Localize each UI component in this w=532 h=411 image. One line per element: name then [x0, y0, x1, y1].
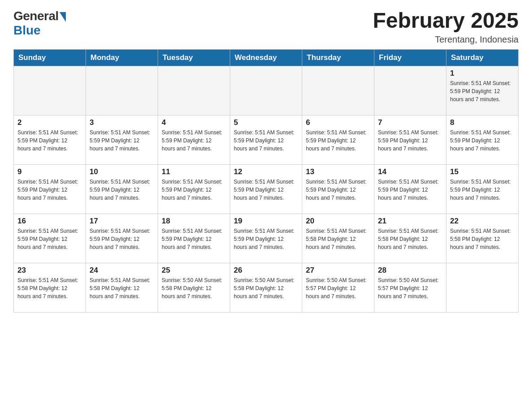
calendar-day-cell: 9Sunrise: 5:51 AM Sunset: 5:59 PM Daylig…: [14, 164, 86, 214]
day-number: 2: [17, 118, 82, 127]
calendar-day-cell: [86, 66, 158, 115]
calendar-day-cell: 19Sunrise: 5:51 AM Sunset: 5:59 PM Dayli…: [230, 214, 302, 263]
day-number: 9: [17, 167, 82, 176]
day-number: 10: [90, 167, 154, 176]
calendar-day-cell: 5Sunrise: 5:51 AM Sunset: 5:59 PM Daylig…: [230, 115, 302, 164]
calendar-header-row: SundayMondayTuesdayWednesdayThursdayFrid…: [14, 49, 519, 66]
day-number: 3: [90, 118, 154, 127]
calendar-day-cell: [374, 66, 446, 115]
day-number: 28: [378, 266, 442, 275]
day-info: Sunrise: 5:51 AM Sunset: 5:59 PM Dayligh…: [90, 178, 154, 202]
logo-triangle-icon: [60, 12, 66, 22]
day-number: 19: [234, 217, 298, 226]
day-number: 25: [162, 266, 226, 275]
calendar-day-cell: 1Sunrise: 5:51 AM Sunset: 5:59 PM Daylig…: [446, 66, 519, 115]
day-number: 5: [234, 118, 298, 127]
calendar-day-cell: 6Sunrise: 5:51 AM Sunset: 5:59 PM Daylig…: [302, 115, 374, 164]
calendar-day-cell: 18Sunrise: 5:51 AM Sunset: 5:59 PM Dayli…: [158, 214, 230, 263]
day-info: Sunrise: 5:51 AM Sunset: 5:59 PM Dayligh…: [17, 128, 82, 153]
calendar-header-saturday: Saturday: [446, 49, 519, 66]
day-info: Sunrise: 5:51 AM Sunset: 5:59 PM Dayligh…: [234, 178, 298, 202]
calendar-day-cell: 25Sunrise: 5:50 AM Sunset: 5:58 PM Dayli…: [158, 263, 230, 312]
calendar-day-cell: [158, 66, 230, 115]
calendar-day-cell: 16Sunrise: 5:51 AM Sunset: 5:59 PM Dayli…: [14, 214, 86, 263]
calendar-day-cell: 3Sunrise: 5:51 AM Sunset: 5:59 PM Daylig…: [86, 115, 158, 164]
day-number: 24: [90, 266, 154, 275]
page-header: General Blue February 2025 Terentang, In…: [13, 9, 519, 45]
day-number: 20: [306, 217, 370, 226]
day-number: 18: [162, 217, 226, 226]
day-number: 4: [162, 118, 226, 127]
calendar-day-cell: 12Sunrise: 5:51 AM Sunset: 5:59 PM Dayli…: [230, 164, 302, 214]
day-number: 16: [17, 217, 82, 226]
day-info: Sunrise: 5:51 AM Sunset: 5:58 PM Dayligh…: [450, 227, 515, 251]
day-info: Sunrise: 5:51 AM Sunset: 5:59 PM Dayligh…: [450, 128, 515, 153]
day-info: Sunrise: 5:51 AM Sunset: 5:59 PM Dayligh…: [17, 227, 82, 251]
day-info: Sunrise: 5:51 AM Sunset: 5:59 PM Dayligh…: [90, 227, 154, 251]
calendar-day-cell: 8Sunrise: 5:51 AM Sunset: 5:59 PM Daylig…: [446, 115, 519, 164]
calendar-header-sunday: Sunday: [14, 49, 86, 66]
day-info: Sunrise: 5:50 AM Sunset: 5:58 PM Dayligh…: [234, 276, 298, 300]
calendar-header-tuesday: Tuesday: [158, 49, 230, 66]
day-number: 21: [378, 217, 442, 226]
day-info: Sunrise: 5:51 AM Sunset: 5:59 PM Dayligh…: [450, 79, 515, 103]
day-info: Sunrise: 5:51 AM Sunset: 5:58 PM Dayligh…: [378, 227, 442, 251]
day-number: 6: [306, 118, 370, 127]
day-info: Sunrise: 5:51 AM Sunset: 5:59 PM Dayligh…: [378, 178, 442, 202]
calendar-week-row: 16Sunrise: 5:51 AM Sunset: 5:59 PM Dayli…: [14, 214, 519, 263]
calendar-day-cell: 15Sunrise: 5:51 AM Sunset: 5:59 PM Dayli…: [446, 164, 519, 214]
day-number: 15: [450, 167, 515, 176]
calendar-day-cell: 24Sunrise: 5:51 AM Sunset: 5:58 PM Dayli…: [86, 263, 158, 312]
day-number: 14: [378, 167, 442, 176]
day-info: Sunrise: 5:51 AM Sunset: 5:58 PM Dayligh…: [17, 276, 82, 300]
calendar-day-cell: 17Sunrise: 5:51 AM Sunset: 5:59 PM Dayli…: [86, 214, 158, 263]
logo-blue-text: Blue: [13, 23, 41, 38]
calendar-day-cell: 13Sunrise: 5:51 AM Sunset: 5:59 PM Dayli…: [302, 164, 374, 214]
calendar-week-row: 9Sunrise: 5:51 AM Sunset: 5:59 PM Daylig…: [14, 164, 519, 214]
day-number: 13: [306, 167, 370, 176]
day-number: 11: [162, 167, 226, 176]
calendar-day-cell: [446, 263, 519, 312]
title-section: February 2025 Terentang, Indonesia: [373, 9, 519, 45]
calendar-day-cell: 4Sunrise: 5:51 AM Sunset: 5:59 PM Daylig…: [158, 115, 230, 164]
calendar-day-cell: 21Sunrise: 5:51 AM Sunset: 5:58 PM Dayli…: [374, 214, 446, 263]
calendar-day-cell: 7Sunrise: 5:51 AM Sunset: 5:59 PM Daylig…: [374, 115, 446, 164]
month-title: February 2025: [373, 9, 519, 33]
day-info: Sunrise: 5:51 AM Sunset: 5:59 PM Dayligh…: [234, 128, 298, 153]
calendar-week-row: 1Sunrise: 5:51 AM Sunset: 5:59 PM Daylig…: [14, 66, 519, 115]
calendar-day-cell: [230, 66, 302, 115]
day-info: Sunrise: 5:51 AM Sunset: 5:59 PM Dayligh…: [378, 128, 442, 153]
day-number: 8: [450, 118, 515, 127]
day-info: Sunrise: 5:51 AM Sunset: 5:59 PM Dayligh…: [162, 178, 226, 202]
calendar-week-row: 23Sunrise: 5:51 AM Sunset: 5:58 PM Dayli…: [14, 263, 519, 312]
day-number: 12: [234, 167, 298, 176]
calendar-day-cell: 23Sunrise: 5:51 AM Sunset: 5:58 PM Dayli…: [14, 263, 86, 312]
calendar-day-cell: 20Sunrise: 5:51 AM Sunset: 5:58 PM Dayli…: [302, 214, 374, 263]
day-info: Sunrise: 5:51 AM Sunset: 5:59 PM Dayligh…: [17, 178, 82, 202]
calendar-header-friday: Friday: [374, 49, 446, 66]
day-info: Sunrise: 5:51 AM Sunset: 5:59 PM Dayligh…: [162, 227, 226, 251]
calendar-header-thursday: Thursday: [302, 49, 374, 66]
location-text: Terentang, Indonesia: [373, 34, 519, 45]
calendar-day-cell: 26Sunrise: 5:50 AM Sunset: 5:58 PM Dayli…: [230, 263, 302, 312]
day-number: 17: [90, 217, 154, 226]
calendar-header-wednesday: Wednesday: [230, 49, 302, 66]
calendar-day-cell: [302, 66, 374, 115]
calendar-day-cell: 27Sunrise: 5:50 AM Sunset: 5:57 PM Dayli…: [302, 263, 374, 312]
day-info: Sunrise: 5:51 AM Sunset: 5:59 PM Dayligh…: [306, 178, 370, 202]
day-number: 22: [450, 217, 515, 226]
day-info: Sunrise: 5:51 AM Sunset: 5:58 PM Dayligh…: [306, 227, 370, 251]
day-info: Sunrise: 5:51 AM Sunset: 5:59 PM Dayligh…: [234, 227, 298, 251]
day-number: 26: [234, 266, 298, 275]
day-number: 7: [378, 118, 442, 127]
day-info: Sunrise: 5:51 AM Sunset: 5:59 PM Dayligh…: [90, 128, 154, 153]
calendar-day-cell: 14Sunrise: 5:51 AM Sunset: 5:59 PM Dayli…: [374, 164, 446, 214]
day-number: 23: [17, 266, 82, 275]
day-number: 27: [306, 266, 370, 275]
calendar-day-cell: [14, 66, 86, 115]
logo: General Blue: [13, 9, 66, 38]
calendar-day-cell: 2Sunrise: 5:51 AM Sunset: 5:59 PM Daylig…: [14, 115, 86, 164]
day-number: 1: [450, 69, 515, 78]
day-info: Sunrise: 5:51 AM Sunset: 5:59 PM Dayligh…: [162, 128, 226, 153]
logo-general-text: General: [13, 9, 59, 23]
